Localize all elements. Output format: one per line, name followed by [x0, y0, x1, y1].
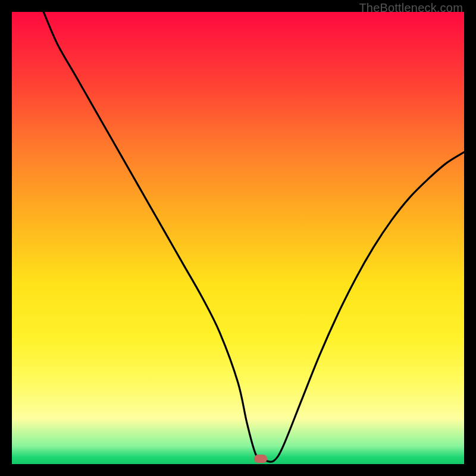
bottleneck-curve: [43, 12, 464, 462]
chart-frame: TheBottleneck.com: [0, 0, 476, 476]
plot-area: [12, 12, 464, 464]
optimal-marker: [254, 455, 267, 463]
curve-svg: [12, 12, 464, 464]
